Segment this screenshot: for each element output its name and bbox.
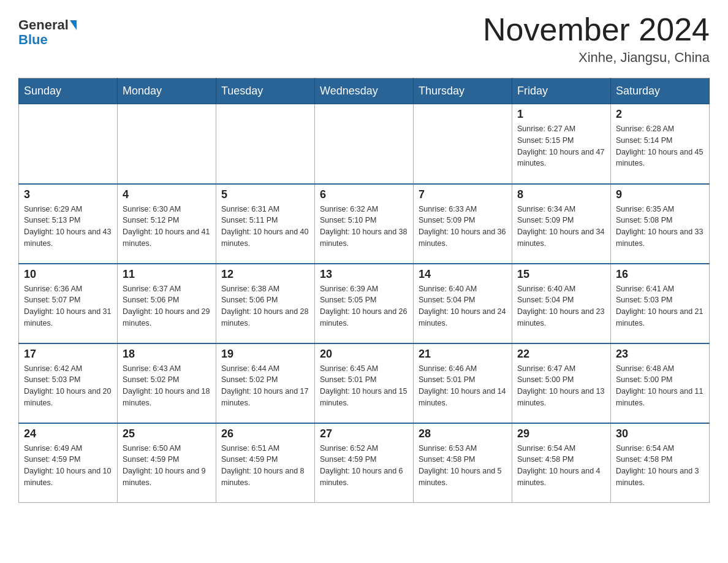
day-number: 27 — [320, 427, 408, 440]
day-info: Sunrise: 6:30 AMSunset: 5:12 PMDaylight:… — [123, 204, 211, 250]
day-info: Sunrise: 6:46 AMSunset: 5:01 PMDaylight:… — [419, 363, 507, 409]
col-header-tuesday: Tuesday — [216, 79, 315, 104]
day-number: 29 — [517, 427, 605, 440]
logo-general: General — [18, 18, 69, 32]
location: Xinhe, Jiangsu, China — [483, 50, 710, 66]
day-info: Sunrise: 6:47 AMSunset: 5:00 PMDaylight:… — [517, 363, 605, 409]
calendar-cell — [118, 104, 216, 184]
day-number: 23 — [616, 348, 704, 361]
calendar-week-row: 24Sunrise: 6:49 AMSunset: 4:59 PMDayligh… — [19, 423, 710, 503]
calendar-cell: 8Sunrise: 6:34 AMSunset: 5:09 PMDaylight… — [512, 184, 611, 264]
calendar-cell: 24Sunrise: 6:49 AMSunset: 4:59 PMDayligh… — [19, 423, 118, 503]
calendar-cell — [19, 104, 118, 184]
day-info: Sunrise: 6:42 AMSunset: 5:03 PMDaylight:… — [24, 363, 112, 409]
day-info: Sunrise: 6:51 AMSunset: 4:59 PMDaylight:… — [221, 443, 309, 489]
day-number: 18 — [123, 348, 211, 361]
day-number: 28 — [419, 427, 507, 440]
day-info: Sunrise: 6:50 AMSunset: 4:59 PMDaylight:… — [123, 443, 211, 489]
day-number: 4 — [123, 188, 211, 201]
calendar-cell: 22Sunrise: 6:47 AMSunset: 5:00 PMDayligh… — [512, 343, 611, 423]
calendar-cell: 15Sunrise: 6:40 AMSunset: 5:04 PMDayligh… — [512, 264, 611, 343]
calendar-cell: 17Sunrise: 6:42 AMSunset: 5:03 PMDayligh… — [19, 343, 118, 423]
calendar-cell: 11Sunrise: 6:37 AMSunset: 5:06 PMDayligh… — [118, 264, 216, 343]
day-number: 24 — [24, 427, 112, 440]
day-number: 30 — [616, 427, 704, 440]
day-number: 20 — [320, 348, 408, 361]
calendar-cell: 28Sunrise: 6:53 AMSunset: 4:58 PMDayligh… — [414, 423, 512, 503]
calendar-cell: 4Sunrise: 6:30 AMSunset: 5:12 PMDaylight… — [118, 184, 216, 264]
day-info: Sunrise: 6:37 AMSunset: 5:06 PMDaylight:… — [123, 283, 211, 329]
calendar-cell — [315, 104, 414, 184]
day-info: Sunrise: 6:52 AMSunset: 4:59 PMDaylight:… — [320, 443, 408, 489]
day-info: Sunrise: 6:36 AMSunset: 5:07 PMDaylight:… — [24, 283, 112, 329]
day-number: 15 — [517, 268, 605, 281]
day-number: 12 — [221, 268, 309, 281]
day-number: 13 — [320, 268, 408, 281]
day-info: Sunrise: 6:44 AMSunset: 5:02 PMDaylight:… — [221, 363, 309, 409]
day-info: Sunrise: 6:34 AMSunset: 5:09 PMDaylight:… — [517, 204, 605, 250]
day-number: 14 — [419, 268, 507, 281]
day-info: Sunrise: 6:27 AMSunset: 5:15 PMDaylight:… — [517, 123, 605, 169]
day-number: 6 — [320, 188, 408, 201]
calendar-cell: 26Sunrise: 6:51 AMSunset: 4:59 PMDayligh… — [216, 423, 315, 503]
day-info: Sunrise: 6:45 AMSunset: 5:01 PMDaylight:… — [320, 363, 408, 409]
day-number: 8 — [517, 188, 605, 201]
calendar-week-row: 1Sunrise: 6:27 AMSunset: 5:15 PMDaylight… — [19, 104, 710, 184]
logo: General Blue — [18, 18, 77, 48]
day-info: Sunrise: 6:41 AMSunset: 5:03 PMDaylight:… — [616, 283, 704, 329]
day-number: 2 — [616, 108, 704, 121]
day-info: Sunrise: 6:48 AMSunset: 5:00 PMDaylight:… — [616, 363, 704, 409]
calendar-cell — [216, 104, 315, 184]
calendar-cell: 25Sunrise: 6:50 AMSunset: 4:59 PMDayligh… — [118, 423, 216, 503]
calendar-cell: 23Sunrise: 6:48 AMSunset: 5:00 PMDayligh… — [611, 343, 710, 423]
calendar-cell: 10Sunrise: 6:36 AMSunset: 5:07 PMDayligh… — [19, 264, 118, 343]
day-number: 21 — [419, 348, 507, 361]
day-number: 22 — [517, 348, 605, 361]
calendar-cell: 18Sunrise: 6:43 AMSunset: 5:02 PMDayligh… — [118, 343, 216, 423]
day-number: 11 — [123, 268, 211, 281]
calendar-title-area: November 2024 Xinhe, Jiangsu, China — [483, 12, 710, 66]
calendar-header-row: SundayMondayTuesdayWednesdayThursdayFrid… — [19, 79, 710, 104]
calendar-cell: 3Sunrise: 6:29 AMSunset: 5:13 PMDaylight… — [19, 184, 118, 264]
calendar-table: SundayMondayTuesdayWednesdayThursdayFrid… — [18, 78, 710, 503]
month-title: November 2024 — [483, 12, 710, 47]
calendar-cell — [414, 104, 512, 184]
col-header-sunday: Sunday — [19, 79, 118, 104]
calendar-week-row: 3Sunrise: 6:29 AMSunset: 5:13 PMDaylight… — [19, 184, 710, 264]
day-info: Sunrise: 6:32 AMSunset: 5:10 PMDaylight:… — [320, 204, 408, 250]
day-number: 19 — [221, 348, 309, 361]
calendar-cell: 30Sunrise: 6:54 AMSunset: 4:58 PMDayligh… — [611, 423, 710, 503]
col-header-saturday: Saturday — [611, 79, 710, 104]
day-number: 25 — [123, 427, 211, 440]
day-info: Sunrise: 6:40 AMSunset: 5:04 PMDaylight:… — [517, 283, 605, 329]
day-number: 9 — [616, 188, 704, 201]
calendar-cell: 6Sunrise: 6:32 AMSunset: 5:10 PMDaylight… — [315, 184, 414, 264]
day-number: 10 — [24, 268, 112, 281]
day-number: 3 — [24, 188, 112, 201]
day-info: Sunrise: 6:31 AMSunset: 5:11 PMDaylight:… — [221, 204, 309, 250]
calendar-cell: 1Sunrise: 6:27 AMSunset: 5:15 PMDaylight… — [512, 104, 611, 184]
day-info: Sunrise: 6:28 AMSunset: 5:14 PMDaylight:… — [616, 123, 704, 169]
calendar-week-row: 17Sunrise: 6:42 AMSunset: 5:03 PMDayligh… — [19, 343, 710, 423]
calendar-cell: 2Sunrise: 6:28 AMSunset: 5:14 PMDaylight… — [611, 104, 710, 184]
calendar-cell: 14Sunrise: 6:40 AMSunset: 5:04 PMDayligh… — [414, 264, 512, 343]
calendar-cell: 7Sunrise: 6:33 AMSunset: 5:09 PMDaylight… — [414, 184, 512, 264]
day-number: 16 — [616, 268, 704, 281]
calendar-cell: 29Sunrise: 6:54 AMSunset: 4:58 PMDayligh… — [512, 423, 611, 503]
calendar-week-row: 10Sunrise: 6:36 AMSunset: 5:07 PMDayligh… — [19, 264, 710, 343]
day-info: Sunrise: 6:53 AMSunset: 4:58 PMDaylight:… — [419, 443, 507, 489]
day-info: Sunrise: 6:49 AMSunset: 4:59 PMDaylight:… — [24, 443, 112, 489]
calendar-cell: 12Sunrise: 6:38 AMSunset: 5:06 PMDayligh… — [216, 264, 315, 343]
col-header-wednesday: Wednesday — [315, 79, 414, 104]
calendar-cell: 21Sunrise: 6:46 AMSunset: 5:01 PMDayligh… — [414, 343, 512, 423]
day-number: 7 — [419, 188, 507, 201]
calendar-cell: 27Sunrise: 6:52 AMSunset: 4:59 PMDayligh… — [315, 423, 414, 503]
col-header-friday: Friday — [512, 79, 611, 104]
day-info: Sunrise: 6:39 AMSunset: 5:05 PMDaylight:… — [320, 283, 408, 329]
day-number: 1 — [517, 108, 605, 121]
day-info: Sunrise: 6:40 AMSunset: 5:04 PMDaylight:… — [419, 283, 507, 329]
col-header-monday: Monday — [118, 79, 216, 104]
logo-blue: Blue — [18, 32, 48, 48]
day-info: Sunrise: 6:38 AMSunset: 5:06 PMDaylight:… — [221, 283, 309, 329]
calendar-cell: 5Sunrise: 6:31 AMSunset: 5:11 PMDaylight… — [216, 184, 315, 264]
